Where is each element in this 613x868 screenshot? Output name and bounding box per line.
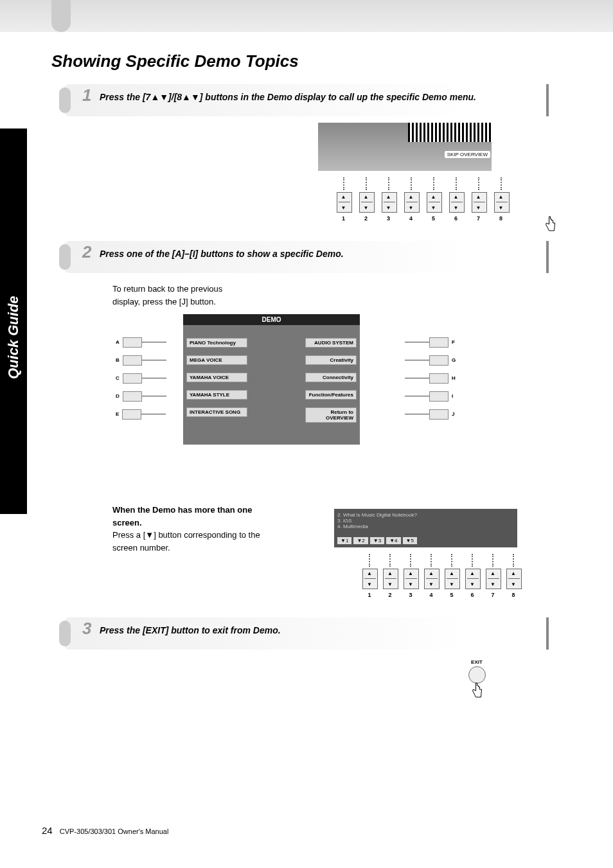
step-1-banner: 1 Press the [7▲▼]/[8▲▼] buttons in the D…: [64, 84, 549, 116]
panel-button-b: [123, 355, 142, 366]
updown-button: 7: [472, 177, 486, 222]
updown-button: 5: [445, 554, 459, 598]
menu-yamaha-style: YAMAHA STYLE: [186, 390, 247, 400]
screen-tab: ▼4: [386, 537, 400, 544]
panel-button-d: [123, 391, 142, 402]
updown-button: 4: [424, 554, 438, 598]
screen-tab: ▼5: [403, 537, 417, 544]
menu-mega-voice: MEGA VOICE: [186, 355, 247, 365]
menu-interactive-song: INTERACTIVE SONG: [186, 407, 247, 417]
updown-button: 4: [404, 177, 418, 222]
step-3-number: 3: [82, 619, 91, 639]
menu-creativity: Creativity: [305, 355, 357, 365]
exit-button-label: EXIT: [405, 659, 549, 665]
screen-tab: ▼2: [353, 537, 368, 544]
page-footer: 24 CVP-305/303/301 Owner's Manual: [42, 825, 168, 836]
step-2-text: Press one of the [A]–[I] buttons to show…: [100, 249, 344, 259]
manual-title: CVP-305/303/301 Owner's Manual: [60, 828, 169, 835]
step-3-banner: 3 Press the [EXIT] button to exit from D…: [64, 617, 549, 650]
step-1-number: 1: [82, 85, 91, 105]
step-2-banner: 2 Press one of the [A]–[I] buttons to sh…: [64, 241, 549, 273]
multiscreen-figure: 2. What is Music Digital Notebook? 3. iG…: [334, 509, 549, 598]
screen-tab: ▼3: [370, 537, 384, 544]
step-3-text: Press the [EXIT] button to exit from Dem…: [100, 625, 281, 635]
side-tab-label: Quick Guide: [5, 296, 22, 379]
updown-button: 8: [506, 554, 520, 598]
updown-button: 8: [494, 177, 508, 222]
step-1-text: Press the [7▲▼]/[8▲▼] buttons in the Dem…: [100, 92, 476, 102]
button-row-1: 1 2 3 4 5 6 7 8: [296, 177, 549, 222]
step-2-figure: A B C D E DEMO PIANO Technology MEGA VOI…: [100, 314, 549, 494]
menu-audio-system: AUDIO SYSTEM: [305, 338, 357, 348]
header-decoration: [0, 0, 613, 32]
menu-connectivity: Connectivity: [305, 373, 357, 382]
panel-button-c: [123, 373, 142, 384]
exit-button-icon: [468, 666, 486, 684]
panel-button-h: [429, 373, 449, 384]
menu-piano-technology: PIANO Technology: [186, 338, 247, 348]
right-button-column: F G H I J: [405, 337, 459, 427]
multiscreen-text: When the Demo has more than one screen. …: [112, 504, 273, 554]
updown-button: 3: [382, 177, 396, 222]
pointer-hand-icon: [469, 682, 485, 701]
pointer-hand-icon: [542, 215, 558, 235]
menu-function-features: Function/Features: [305, 390, 357, 400]
step-3: 3 Press the [EXIT] button to exit from D…: [64, 617, 549, 704]
side-tab: Quick Guide: [0, 128, 27, 514]
demo-overview-screen: SKIP OVERVIEW: [318, 123, 492, 171]
left-button-column: A B C D E: [112, 337, 166, 427]
exit-figure: EXIT: [405, 659, 549, 704]
updown-button: 5: [427, 177, 441, 222]
panel-button-f: [429, 337, 449, 348]
piano-keys-graphic: [408, 123, 492, 142]
demo-menu-display: DEMO PIANO Technology MEGA VOICE YAMAHA …: [183, 314, 360, 445]
lcd-title: DEMO: [183, 314, 360, 325]
step-1-figure: SKIP OVERVIEW 1 2 3 4 5 6 7 8: [308, 123, 549, 222]
updown-button: 7: [486, 554, 500, 598]
screen-tab: ▼1: [337, 537, 351, 544]
updown-button: 2: [359, 177, 373, 222]
panel-button-a: [123, 337, 142, 348]
step-1: 1 Press the [7▲▼]/[8▲▼] buttons in the D…: [64, 84, 549, 222]
section-title: Showing Specific Demo Topics: [51, 51, 549, 71]
button-row-2: 1 2 3 4 5 6 7 8: [334, 554, 549, 598]
multiscreen-display: 2. What is Music Digital Notebook? 3. iG…: [334, 509, 517, 547]
menu-yamaha-voice: YAMAHA VOICE: [186, 373, 247, 382]
step-2-subtext: To return back to the previous display, …: [112, 283, 241, 308]
menu-return-overview: Return to OVERVIEW: [305, 407, 357, 423]
step-2-number: 2: [82, 242, 91, 262]
panel-button-e: [122, 409, 141, 420]
panel-button-j: [429, 409, 449, 420]
panel-button-i: [429, 391, 449, 402]
page-number: 24: [42, 825, 53, 836]
updown-button: 6: [465, 554, 479, 598]
updown-button: 1: [362, 554, 377, 598]
panel-button-g: [429, 355, 449, 366]
updown-button: 1: [337, 177, 351, 222]
updown-button: 6: [449, 177, 463, 222]
updown-button: 3: [404, 554, 418, 598]
skip-overview-label: SKIP OVERVIEW: [445, 151, 490, 158]
updown-button: 2: [383, 554, 397, 598]
step-2: 2 Press one of the [A]–[I] buttons to sh…: [64, 241, 549, 598]
